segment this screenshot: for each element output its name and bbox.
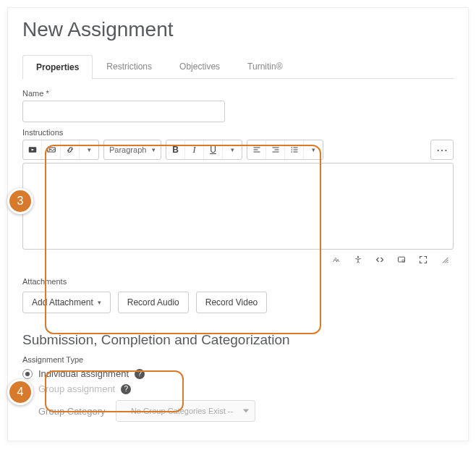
radio-group-label: Group assignment <box>38 383 115 394</box>
list-icon[interactable] <box>285 140 304 159</box>
insert-dropdown[interactable]: ▾ <box>80 140 98 159</box>
more-toolbar-button[interactable]: ⋯ <box>430 140 454 160</box>
underline-button[interactable]: U <box>204 140 223 159</box>
tab-restrictions[interactable]: Restrictions <box>93 54 166 78</box>
align-right-icon[interactable] <box>266 140 285 159</box>
align-left-icon[interactable] <box>247 140 266 159</box>
instructions-label: Instructions <box>22 128 454 137</box>
resize-icon[interactable] <box>439 254 451 266</box>
instructions-editor[interactable] <box>22 163 454 250</box>
insert-video-icon[interactable] <box>23 140 42 159</box>
record-video-button[interactable]: Record Video <box>196 292 268 313</box>
group-category-label: Group Category <box>38 406 106 417</box>
assignment-type-label: Assignment Type <box>22 355 454 364</box>
insert-image-icon[interactable] <box>42 140 61 159</box>
html-source-icon[interactable] <box>374 254 386 266</box>
radio-individual-label: Individual assignment <box>38 368 129 379</box>
tab-turnitin[interactable]: Turnitin® <box>234 54 296 78</box>
name-label: Name * <box>22 89 454 98</box>
svg-line-24 <box>447 262 449 263</box>
radio-individual[interactable]: Individual assignment ? <box>22 368 454 379</box>
paragraph-select[interactable]: Paragraph▾ <box>104 140 161 159</box>
svg-text:A: A <box>336 258 339 263</box>
accessibility-icon[interactable] <box>352 254 364 266</box>
list-dropdown[interactable]: ▾ <box>304 140 323 159</box>
name-input[interactable] <box>22 101 225 122</box>
tab-strip: Properties Restrictions Objectives Turni… <box>22 54 454 79</box>
bold-button[interactable]: B <box>166 140 185 159</box>
help-icon[interactable]: ? <box>121 384 131 394</box>
svg-point-12 <box>291 151 292 153</box>
add-attachment-button[interactable]: Add Attachment▾ <box>22 292 111 313</box>
record-audio-button[interactable]: Record Audio <box>118 292 189 313</box>
fullscreen-icon[interactable] <box>417 254 429 266</box>
radio-group[interactable]: Group assignment ? <box>22 383 454 394</box>
editor-toolbar: ▾ Paragraph▾ B I U ▾ ▾ ⋯ <box>22 140 454 160</box>
format-dropdown[interactable]: ▾ <box>223 140 242 159</box>
help-icon[interactable]: ? <box>135 369 145 379</box>
tab-objectives[interactable]: Objectives <box>166 54 234 78</box>
preview-icon[interactable] <box>396 254 407 266</box>
svg-point-10 <box>291 147 292 148</box>
page-title: New Assignment <box>22 18 454 41</box>
svg-point-11 <box>291 149 292 150</box>
svg-point-18 <box>357 256 359 258</box>
svg-rect-19 <box>399 257 405 262</box>
tab-properties[interactable]: Properties <box>22 55 93 79</box>
font-icon[interactable]: AA <box>331 254 342 266</box>
group-category-select[interactable]: -- No Group Categories Exist -- <box>116 400 256 422</box>
italic-button[interactable]: I <box>185 140 204 159</box>
section-heading-submission: Submission, Completion and Categorizatio… <box>22 332 454 348</box>
attachments-label: Attachments <box>22 277 454 286</box>
insert-link-icon[interactable] <box>61 140 80 159</box>
